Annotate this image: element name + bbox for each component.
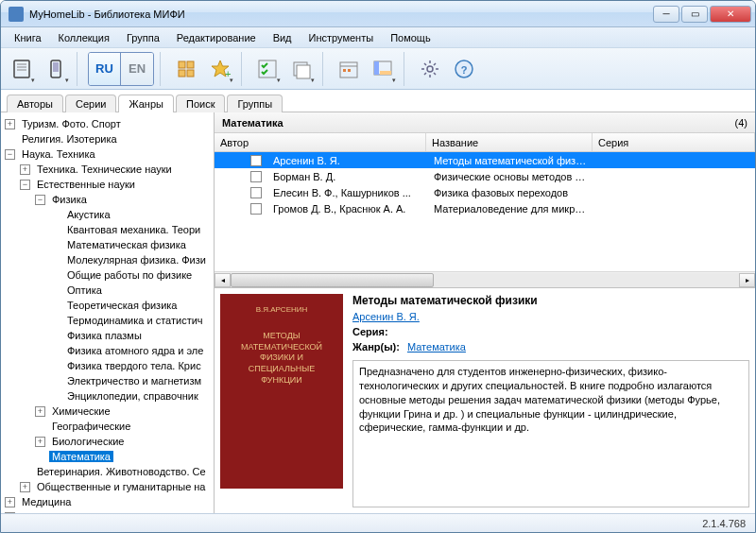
svg-rect-17: [343, 69, 346, 72]
reader-button[interactable]: ▾: [7, 52, 37, 86]
menu-help[interactable]: Помощь: [383, 30, 438, 45]
lang-en-button[interactable]: EN: [121, 53, 153, 85]
window-title: MyHomeLib - Библиотека МИФИ: [29, 9, 653, 20]
col-series[interactable]: Серия: [593, 133, 755, 151]
detail-author-link[interactable]: Арсенин В. Я.: [352, 311, 420, 322]
genre-tree[interactable]: +Туризм. Фото. Спорт Религия. Изотерика …: [1, 112, 214, 513]
svg-rect-20: [374, 61, 379, 75]
menu-view[interactable]: Вид: [266, 30, 300, 45]
col-author[interactable]: Автор: [215, 133, 426, 151]
svg-rect-21: [380, 71, 391, 75]
tab-authors[interactable]: Авторы: [7, 95, 63, 112]
svg-rect-14: [297, 65, 310, 78]
svg-rect-18: [348, 69, 351, 72]
toolbar: ▾ ▾ RU EN +▾ ▾ ▾ ▾ ?: [1, 48, 755, 90]
table-body[interactable]: Арсенин В. Я.Методы математической физик…: [215, 152, 755, 271]
svg-rect-5: [53, 62, 59, 72]
h-scrollbar[interactable]: ◂ ▸: [215, 271, 755, 287]
svg-rect-8: [179, 70, 185, 77]
lang-ru-button[interactable]: RU: [89, 53, 121, 85]
minimize-button[interactable]: ─: [653, 6, 679, 23]
menu-group[interactable]: Группа: [119, 30, 167, 45]
row-checkbox[interactable]: [250, 155, 262, 166]
statusbar: 2.1.4.768: [1, 513, 755, 532]
tab-genres[interactable]: Жанры: [118, 95, 174, 112]
menu-collection[interactable]: Коллекция: [51, 30, 117, 45]
device-button[interactable]: ▾: [41, 52, 71, 86]
tree-selected[interactable]: Математика: [49, 451, 113, 462]
category-count: (4): [735, 117, 747, 129]
book-detail: В.Я.АРСЕНИН МЕТОДЫ МАТЕМАТИЧЕСКОЙ ФИЗИКИ…: [215, 288, 755, 513]
content-panel: Математика (4) Автор Название Серия Арсе…: [215, 112, 755, 513]
checklist-button[interactable]: ▾: [252, 52, 283, 86]
genre-tree-panel: +Туризм. Фото. Спорт Религия. Изотерика …: [1, 112, 215, 513]
description-text: Предназначено для студентов инженерно-фи…: [359, 366, 720, 433]
tab-groups[interactable]: Группы: [227, 95, 283, 112]
view-button[interactable]: ▾: [368, 52, 398, 86]
svg-rect-12: [259, 60, 276, 77]
collection-button[interactable]: ▾: [286, 52, 317, 86]
table-row[interactable]: Арсенин В. Я.Методы математической физик…: [215, 152, 755, 168]
category-title: Математика: [222, 117, 284, 129]
table-row[interactable]: Громов Д. В., Краснюк А. А.Материаловеде…: [215, 200, 755, 216]
tiles-button[interactable]: [171, 52, 201, 86]
table-header: Автор Название Серия: [215, 133, 755, 152]
app-window: MyHomeLib - Библиотека МИФИ ─ ▭ ✕ Книга …: [0, 0, 756, 533]
svg-point-22: [427, 66, 433, 72]
settings-button[interactable]: [415, 52, 445, 86]
main-area: +Туризм. Фото. Спорт Религия. Изотерика …: [1, 112, 755, 513]
nav-tabs: Авторы Серии Жанры Поиск Группы: [1, 90, 755, 112]
detail-genre-link[interactable]: Математика: [407, 341, 466, 352]
row-checkbox[interactable]: [250, 187, 262, 198]
menu-tools[interactable]: Инструменты: [301, 30, 382, 45]
scroll-thumb[interactable]: [231, 273, 434, 287]
svg-text:?: ?: [461, 64, 468, 76]
series-label: Серия:: [352, 326, 388, 337]
language-toggle: RU EN: [88, 52, 154, 86]
book-table: Автор Название Серия Арсенин В. Я.Методы…: [215, 133, 755, 288]
help-button[interactable]: ?: [449, 52, 479, 86]
svg-rect-0: [14, 60, 29, 77]
close-button[interactable]: ✕: [710, 6, 751, 23]
col-title[interactable]: Название: [426, 133, 593, 151]
table-row[interactable]: Елесин В. Ф., Кашурников ...Физика фазов…: [215, 184, 755, 200]
menu-edit[interactable]: Редактирование: [169, 30, 264, 45]
version-label: 2.1.4.768: [702, 518, 746, 529]
maximize-button[interactable]: ▭: [681, 6, 708, 23]
scroll-left-icon[interactable]: ◂: [215, 273, 231, 287]
menu-book[interactable]: Книга: [7, 30, 49, 45]
tab-series[interactable]: Серии: [65, 95, 116, 112]
detail-title: Методы математической физики: [352, 294, 749, 307]
row-checkbox[interactable]: [250, 171, 262, 182]
scroll-right-icon[interactable]: ▸: [739, 273, 755, 287]
favorite-button[interactable]: +▾: [205, 52, 235, 86]
book-cover: В.Я.АРСЕНИН МЕТОДЫ МАТЕМАТИЧЕСКОЙ ФИЗИКИ…: [220, 294, 343, 489]
svg-rect-9: [187, 70, 194, 77]
genre-label: Жанр(ы):: [352, 341, 400, 352]
menubar: Книга Коллекция Группа Редактирование Ви…: [1, 27, 755, 48]
collapse-icon[interactable]: −: [5, 149, 15, 160]
svg-rect-6: [179, 61, 185, 68]
calendar-button[interactable]: [334, 52, 364, 86]
tab-search[interactable]: Поиск: [176, 95, 225, 112]
expand-icon[interactable]: +: [5, 119, 15, 129]
titlebar[interactable]: MyHomeLib - Библиотека МИФИ ─ ▭ ✕: [1, 1, 755, 27]
svg-rect-7: [187, 61, 194, 68]
table-row[interactable]: Борман В. Д.Физические основы методов ис…: [215, 168, 755, 184]
row-checkbox[interactable]: [250, 203, 262, 215]
app-icon: [9, 7, 24, 22]
description-box[interactable]: Предназначено для студентов инженерно-фи…: [352, 360, 749, 507]
category-header: Математика (4): [215, 112, 755, 133]
